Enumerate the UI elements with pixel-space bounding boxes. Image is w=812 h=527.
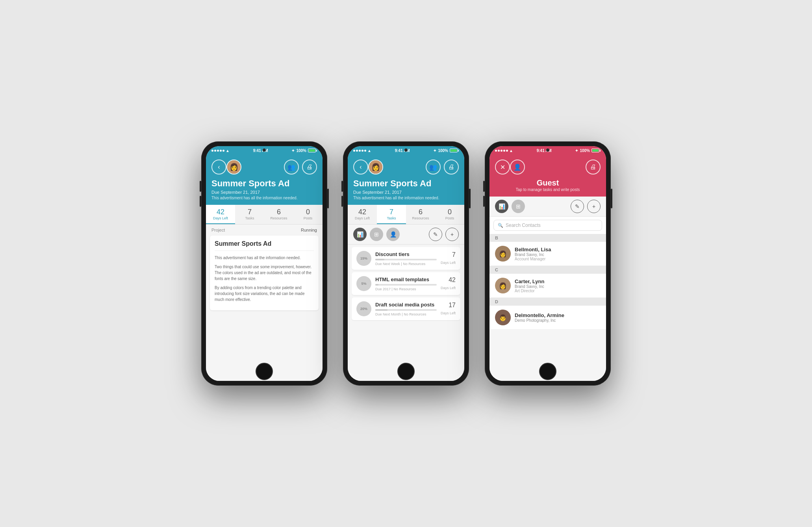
card-p1: This advertisment has all the informatio… [215,255,314,261]
back-button-1[interactable]: ‹ [211,160,226,174]
task-item-2[interactable]: 5% HTML email templates Due 2017 | No Re… [352,272,460,295]
chart-btn-3[interactable]: 📊 [495,200,508,213]
power-btn-3 [611,189,612,208]
vol-down-btn-1 [200,196,201,207]
list-btn-2[interactable]: ⊞ [370,228,383,241]
project-label: Project [211,228,225,232]
task-progress-3 [375,309,437,311]
contact-company-bellmonti: Brand Savvy, Inc [515,252,601,257]
tabs-row-2: 42 Days Left 7 Tasks 6 Resources 0 Posts [348,205,464,225]
tab-tasks-1[interactable]: 7 Tasks [235,205,264,224]
task-info-2: HTML email templates Due 2017 | No Resou… [375,276,437,291]
avatar-carter: 👩 [495,278,511,293]
task-info-3: Draft social media posts Due Next Month … [375,302,437,316]
avatar-1: 👩 [227,160,241,174]
avatar-delmontello: 👨 [495,310,511,325]
search-icon-3: 🔍 [498,223,503,228]
header-desc-1: This advertisment has all the informatio… [211,196,317,200]
task-days-3: 17 Days Left [441,302,456,316]
header-subtitle-2: Due September 21, 2017 [353,190,459,195]
phone-1: ▲ 9:41 AM ✦ 100% ‹ [201,141,327,386]
print-button-1[interactable]: 🖨 [302,160,317,174]
task-meta-1: Due Next Week | No Resources [375,262,437,266]
person-btn-2[interactable]: 👤 [386,228,400,241]
task-days-label-1: Days Left [441,261,456,265]
back-button-2[interactable]: ‹ [353,160,368,174]
time-1: 9:41 AM [253,148,268,153]
dot4 [220,150,222,152]
contact-company-carter: Brand Savvy, Inc [515,284,601,289]
print-button-2[interactable]: 🖨 [444,160,459,174]
task-pct-1: 15% [356,251,371,266]
dot2 [214,150,216,152]
header-icons-row-1: ‹ 👩 👥 🖨 [211,160,317,174]
tab-posts-1[interactable]: 0 Posts [293,205,323,224]
task-days-num-1: 7 [441,251,456,258]
close-button-3[interactable]: ✕ [495,160,510,174]
wifi-icon-3: ▲ [509,148,513,153]
home-btn-2[interactable] [397,363,415,380]
status-right-2: ✦ 100% [433,148,459,153]
tab-days-label-1: Days Left [208,216,234,220]
content-3: B 👩 Bellmonti, Lisa Brand Savvy, Inc Acc… [489,234,606,381]
search-bar-3[interactable]: 🔍 Search Contacts [493,220,602,231]
dot3 [217,150,219,152]
header-icons-row-3: ✕ 👤 🖨 [495,160,601,174]
home-btn-1[interactable] [256,363,273,380]
edit-btn-2[interactable]: ✎ [429,228,442,241]
contact-bellmonti[interactable]: 👩 Bellmonti, Lisa Brand Savvy, Inc Accou… [489,242,606,266]
contact-name-bellmonti: Bellmonti, Lisa [515,247,601,252]
wifi-icon-2: ▲ [367,148,371,153]
contact-name-delmontello: Delmontello, Armine [515,312,601,318]
project-card: Summer Sports Ad This advertisment has a… [210,236,319,310]
task-item-1[interactable]: 15% Discount tiers Due Next Week | No Re… [352,247,460,270]
signal-2: ▲ [353,148,371,153]
avatar-btn-2[interactable]: 👩 [368,160,383,174]
project-info-row: Project Running [206,225,323,236]
home-btn-3[interactable] [539,363,556,380]
card-body: This advertisment has all the informatio… [215,255,314,302]
add-btn-3[interactable]: + [587,200,601,213]
phone-2: ▲ 9:41 AM ✦ 100% ‹ [343,141,469,386]
task-days-label-2: Days Left [441,286,456,290]
person-button-3[interactable]: 👤 [510,160,525,174]
task-days-num-2: 42 [441,276,456,284]
copy-btn-3[interactable]: ⊞ [512,200,525,213]
team-button-1[interactable]: 👥 [284,160,299,174]
avatar-bellmonti: 👩 [495,246,511,262]
header-3: ✕ 👤 🖨 Guest Tap to manage tasks and writ… [489,156,606,197]
task-meta-2: Due 2017 | No Resources [375,287,437,291]
header-title-2: Summer Sports Ad [353,178,459,189]
contact-info-delmontello: Delmontello, Armine Demo Photography, In… [515,312,601,323]
tab-days-1[interactable]: 42 Days Left [206,205,235,224]
add-btn-2[interactable]: + [445,228,459,241]
vol-down-btn-2 [341,196,343,207]
team-button-2[interactable]: 👥 [426,160,441,174]
contact-delmontello[interactable]: 👨 Delmontello, Armine Demo Photography, … [489,306,606,330]
task-item-3[interactable]: 20% Draft social media posts Due Next Mo… [352,297,460,320]
battery-icon-2 [450,148,459,152]
phones-container: ▲ 9:41 AM ✦ 100% ‹ [201,141,611,386]
header-title-3: Guest [495,178,601,187]
tab-posts-2[interactable]: 0 Posts [435,205,464,224]
task-info-1: Discount tiers Due Next Week | No Resour… [375,251,437,266]
phone-camera-1 [263,148,266,152]
task-meta-3: Due Next Month | No Resources [375,312,437,316]
chart-btn-2[interactable]: 📊 [353,228,367,241]
content-1: Project Running Summer Sports Ad This ad… [206,225,323,381]
contact-info-carter: Carter, Lynn Brand Savvy, Inc Art Direct… [515,278,601,293]
avatar-btn-1[interactable]: 👩 [226,160,241,174]
contact-role-carter: Art Director [515,289,601,293]
contact-carter[interactable]: 👩 Carter, Lynn Brand Savvy, Inc Art Dire… [489,274,606,298]
header-icons-row-2: ‹ 👩 👥 🖨 [353,160,459,174]
task-days-1: 7 Days Left [441,251,456,265]
tab-resources-2[interactable]: 6 Resources [406,205,435,224]
edit-btn-3[interactable]: ✎ [571,200,584,213]
print-button-3[interactable]: 🖨 [586,160,601,174]
tab-days-2[interactable]: 42 Days Left [348,205,377,224]
vol-up-btn-1 [200,181,201,192]
task-name-3: Draft social media posts [375,302,437,308]
tab-resources-1[interactable]: 6 Resources [264,205,293,224]
phone-camera-2 [404,148,408,152]
tab-tasks-2[interactable]: 7 Tasks [377,205,406,224]
